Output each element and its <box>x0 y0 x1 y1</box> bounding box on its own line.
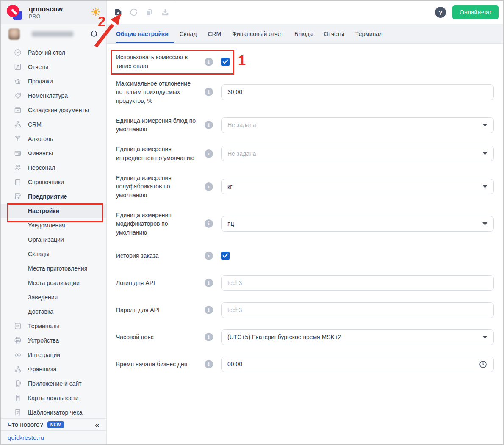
tag-icon <box>14 91 22 100</box>
app-window: qrmoscow PRO Рабочий столОтчетыПродажиНо… <box>0 0 504 445</box>
sidebar-subitem-venues[interactable]: Заведения <box>1 290 106 304</box>
logout-power-icon[interactable] <box>89 29 99 39</box>
qr-terminal-icon: QR <box>14 322 22 330</box>
info-icon[interactable]: i <box>205 58 213 66</box>
logo-row: qrmoscow PRO <box>1 1 106 24</box>
tab-warehouse[interactable]: Склад <box>174 24 202 43</box>
sidebar-item-reports[interactable]: Отчеты <box>1 60 106 74</box>
sidebar-item-warehouse-docs[interactable]: Складские документы <box>1 103 106 117</box>
chevron-down-icon <box>482 152 487 155</box>
sidebar-subitem-notifications[interactable]: Уведомления <box>1 218 106 232</box>
clock-icon[interactable] <box>479 360 487 369</box>
sidebar-item-label: Складские документы <box>28 107 89 113</box>
input-api-login[interactable] <box>227 279 487 286</box>
field-api-login <box>221 275 494 291</box>
whats-new-row[interactable]: Что нового? NEW « <box>1 418 106 430</box>
select-unit-modifiers[interactable]: пц <box>221 216 494 232</box>
select-unit-dishes[interactable]: Не задана <box>221 117 494 133</box>
info-icon[interactable]: i <box>205 149 213 158</box>
sidebar-item-label: Отчеты <box>28 64 48 70</box>
form-row-api-password: Пароль для APIi <box>116 302 494 318</box>
checkbox-use-commission[interactable] <box>221 58 230 66</box>
checkbox-order-history[interactable] <box>221 252 230 260</box>
select-unit-ingredients[interactable]: Не задана <box>221 146 494 161</box>
input-max-deviation[interactable] <box>227 88 487 95</box>
info-icon[interactable]: i <box>205 121 213 129</box>
save-button[interactable] <box>114 8 123 17</box>
toolbar-right: ? Онлайн-чат <box>435 5 503 19</box>
sidebar-item-staff[interactable]: Персонал <box>1 160 106 175</box>
info-icon[interactable]: i <box>205 182 213 191</box>
annotation-digit-2: 2 <box>98 14 105 30</box>
sidebar-item-label: Справочники <box>28 179 64 185</box>
wallet-icon <box>14 149 22 158</box>
toolbar-separator <box>176 1 176 24</box>
field-label-api-password: Пароль для API <box>116 306 197 314</box>
info-icon[interactable]: i <box>205 252 213 260</box>
sidebar-subitem-warehouses[interactable]: Склады <box>1 247 106 261</box>
sidebar-subitem-sale-points[interactable]: Места реализации <box>1 276 106 290</box>
sidebar-item-devices[interactable]: Устройства <box>1 333 106 348</box>
sidebar-item-loyalty-cards[interactable]: Карты лояльности <box>1 391 106 405</box>
copy-button[interactable] <box>145 8 154 17</box>
collapse-sidebar-icon[interactable]: « <box>95 420 100 429</box>
site-link[interactable]: quickresto.ru <box>8 434 44 441</box>
input-business-day-start[interactable] <box>227 361 479 368</box>
sidebar: qrmoscow PRO Рабочий столОтчетыПродажиНо… <box>1 1 107 444</box>
info-icon[interactable]: i <box>205 333 213 341</box>
brand-block: qrmoscow PRO <box>29 6 63 19</box>
sidebar-subitem-organizations[interactable]: Организации <box>1 232 106 247</box>
info-icon[interactable]: i <box>205 360 213 368</box>
tab-general-settings[interactable]: Общие настройки <box>116 24 174 43</box>
sidebar-item-label: Франшиза <box>28 366 56 373</box>
info-icon[interactable]: i <box>205 306 213 314</box>
help-icon[interactable]: ? <box>435 7 446 18</box>
cocktail-icon <box>14 135 22 143</box>
sidebar-item-label: Карты лояльности <box>28 395 79 401</box>
sidebar-item-label: Терминалы <box>28 323 60 329</box>
annotation-digit-1: 1 <box>238 53 246 69</box>
info-icon[interactable]: i <box>205 279 213 287</box>
sidebar-item-desktop[interactable]: Рабочий стол <box>1 45 106 60</box>
box-icon <box>14 106 22 114</box>
tab-crm[interactable]: CRM <box>202 24 227 43</box>
form-row-unit-modifiers: Единица измерения модификаторов по умолч… <box>116 211 494 237</box>
select-timezone[interactable]: (UTC+5) Екатеринбургское время MSK+2 <box>221 329 494 345</box>
input-api-password[interactable] <box>227 307 487 313</box>
chevron-down-icon <box>482 185 487 188</box>
online-chat-button[interactable]: Онлайн-чат <box>452 5 499 19</box>
sidebar-item-label: Устройства <box>28 337 59 344</box>
sidebar-item-label: Шаблонизатор чека <box>28 409 83 416</box>
sidebar-item-receipt-template[interactable]: Шаблонизатор чека <box>1 405 106 420</box>
sidebar-subitem-delivery[interactable]: Доставка <box>1 304 106 319</box>
select-unit-semifinished[interactable]: кг <box>221 179 494 194</box>
sidebar-item-label: Рабочий стол <box>28 49 65 56</box>
info-icon[interactable]: i <box>205 88 213 96</box>
sidebar-item-integrations[interactable]: Интеграции <box>1 348 106 362</box>
sidebar-item-alcohol[interactable]: Алкоголь <box>1 132 106 146</box>
select-value: кг <box>227 183 232 190</box>
tab-reports[interactable]: Отчеты <box>318 24 349 43</box>
tab-dishes[interactable]: Блюда <box>289 24 318 43</box>
form-row-unit-ingredients: Единица измерения ингредиентов по умолча… <box>116 145 494 162</box>
sidebar-item-enterprise[interactable]: Предприятие <box>1 189 106 204</box>
avatar[interactable] <box>8 28 20 40</box>
sidebar-item-franchise[interactable]: Франшиза <box>1 362 106 376</box>
chevron-down-icon <box>482 124 487 127</box>
sidebar-subitem-cooking-places[interactable]: Места приготовления <box>1 261 106 276</box>
info-icon[interactable]: i <box>205 219 213 228</box>
sidebar-item-crm[interactable]: CRM <box>1 117 106 132</box>
tab-terminal[interactable]: Терминал <box>350 24 388 43</box>
sidebar-item-app-and-site[interactable]: Приложение и сайт <box>1 376 106 391</box>
tab-financial-report[interactable]: Финансовый отчет <box>227 24 289 43</box>
sidebar-menu: Рабочий столОтчетыПродажиНоменклатураСкл… <box>1 44 106 420</box>
sidebar-item-terminals[interactable]: QRТерминалы <box>1 319 106 333</box>
sidebar-item-sales[interactable]: Продажи <box>1 74 106 88</box>
sidebar-item-directories[interactable]: Справочники <box>1 175 106 189</box>
sidebar-item-finance[interactable]: Финансы <box>1 146 106 160</box>
sidebar-subitem-settings[interactable]: Настройки <box>1 204 106 218</box>
download-button[interactable] <box>161 8 170 17</box>
refresh-button[interactable] <box>129 8 138 17</box>
sidebar-item-nomenclature[interactable]: Номенклатура <box>1 88 106 103</box>
sidebar-item-label: Персонал <box>28 164 55 171</box>
